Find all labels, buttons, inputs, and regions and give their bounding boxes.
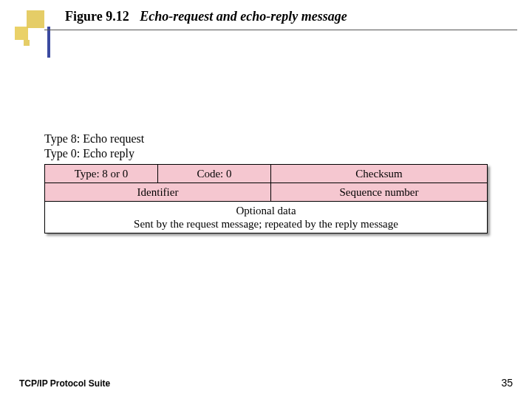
- cell-checksum: Checksum: [271, 165, 488, 183]
- deco-square-icon: [27, 10, 44, 28]
- slide: Figure 9.12 Echo-request and echo-reply …: [0, 0, 532, 399]
- deco-square-icon: [15, 27, 28, 40]
- cell-identifier: Identifier: [45, 183, 271, 202]
- cell-code: Code: 0: [158, 165, 271, 183]
- slide-title: Figure 9.12 Echo-request and echo-reply …: [65, 9, 347, 24]
- packet-diagram: Type: 8 or 0 Code: 0 Checksum Identifier…: [44, 164, 488, 233]
- figure-number: Figure 9.12: [65, 9, 129, 24]
- type-label: Type 0: Echo reply: [44, 146, 144, 161]
- page-number: 35: [501, 377, 513, 389]
- cell-type: Type: 8 or 0: [45, 165, 158, 183]
- type-list: Type 8: Echo request Type 0: Echo reply: [44, 132, 144, 161]
- table-row: Identifier Sequence number: [45, 183, 488, 202]
- cell-seqnum: Sequence number: [271, 183, 488, 202]
- optional-data-line: Sent by the request message; repeated by…: [45, 217, 487, 231]
- deco-square-icon: [24, 40, 30, 46]
- type-label: Type 8: Echo request: [44, 132, 144, 146]
- optional-data-line: Optional data: [45, 204, 487, 217]
- cell-optional-data: Optional data Sent by the request messag…: [45, 202, 488, 233]
- packet-table: Type: 8 or 0 Code: 0 Checksum Identifier…: [44, 164, 488, 233]
- deco-bar-icon: [47, 27, 50, 58]
- figure-description: Echo-request and echo-reply message: [140, 9, 347, 24]
- title-underline: [44, 30, 517, 30]
- table-row: Optional data Sent by the request messag…: [45, 202, 488, 233]
- table-row: Type: 8 or 0 Code: 0 Checksum: [45, 165, 488, 183]
- footer-title: TCP/IP Protocol Suite: [19, 378, 110, 389]
